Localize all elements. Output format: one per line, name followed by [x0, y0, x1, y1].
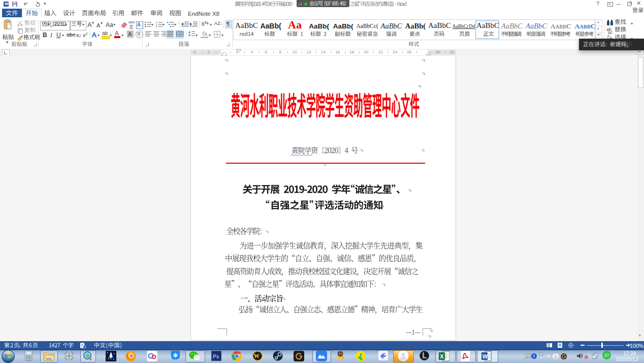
svg-text:Ps: Ps [213, 354, 219, 359]
svg-text:W: W [254, 353, 260, 359]
svg-text:W: W [482, 353, 488, 359]
svg-text:X: X [440, 353, 444, 359]
svg-text:?: ? [533, 354, 535, 359]
